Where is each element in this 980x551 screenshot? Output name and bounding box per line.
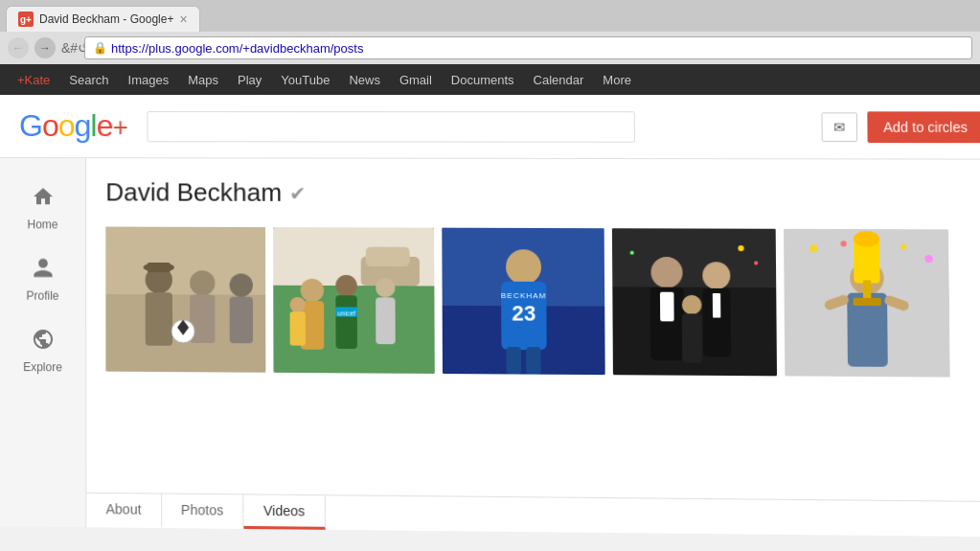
svg-point-28: [506, 249, 541, 285]
profile-content: David Beckham ✔: [86, 158, 980, 537]
nav-youtube[interactable]: YouTube: [271, 67, 339, 93]
svg-point-23: [290, 297, 306, 312]
svg-rect-14: [366, 247, 410, 266]
tab-videos[interactable]: Videos: [243, 494, 325, 529]
svg-text:unicef: unicef: [337, 310, 355, 316]
tab-about[interactable]: About: [86, 494, 161, 528]
photo-1[interactable]: [105, 227, 265, 373]
svg-point-4: [190, 270, 215, 295]
svg-rect-22: [376, 297, 396, 344]
svg-rect-58: [854, 298, 881, 306]
sidebar-item-home[interactable]: Home: [0, 177, 85, 239]
svg-rect-24: [290, 311, 306, 346]
address-bar-row: ← → &#↺; 🔒 https://plus.google.com/+davi…: [0, 32, 980, 64]
svg-rect-57: [863, 280, 872, 300]
nav-search[interactable]: Search: [59, 67, 118, 93]
mail-icon-button[interactable]: ✉: [821, 112, 857, 142]
home-icon: [31, 185, 54, 214]
tab-close-button[interactable]: ×: [179, 11, 187, 27]
main-layout: Home Profile Explore: [0, 158, 980, 537]
gplus-header: Google+ ✉ Add to circles: [0, 95, 980, 160]
svg-text:BECKHAM: BECKHAM: [501, 291, 547, 300]
tab-bar: g+ David Beckham - Google+ ×: [0, 0, 980, 32]
nav-news[interactable]: News: [339, 67, 390, 93]
browser-window: g+ David Beckham - Google+ × ← → &#↺; 🔒 …: [0, 0, 980, 533]
profile-icon: [31, 256, 54, 285]
sidebar-explore-label: Explore: [23, 360, 62, 374]
photo-5[interactable]: [784, 229, 950, 378]
photo-4[interactable]: [612, 228, 777, 376]
nav-maps[interactable]: Maps: [178, 67, 228, 93]
url-text: https://plus.google.com/+davidbeckham/po…: [111, 41, 363, 56]
google-plus-logo: Google+: [19, 108, 127, 144]
tab-favicon: g+: [18, 11, 34, 27]
svg-rect-33: [526, 347, 541, 375]
svg-point-17: [335, 275, 356, 296]
sidebar-home-label: Home: [27, 218, 57, 231]
explore-icon: [31, 328, 54, 356]
nav-calendar[interactable]: Calendar: [524, 67, 594, 93]
tab-photos[interactable]: Photos: [162, 494, 244, 529]
svg-rect-43: [682, 313, 702, 362]
nav-images[interactable]: Images: [119, 67, 179, 93]
sidebar-item-profile[interactable]: Profile: [0, 248, 85, 310]
add-to-circles-button[interactable]: Add to circles: [867, 111, 980, 143]
sidebar-profile-label: Profile: [26, 289, 58, 303]
search-input[interactable]: [147, 111, 635, 143]
back-button[interactable]: ←: [8, 37, 29, 58]
svg-point-21: [376, 278, 395, 297]
svg-rect-9: [148, 263, 171, 272]
svg-rect-3: [146, 292, 172, 346]
profile-tabs: About Photos Videos: [86, 493, 980, 538]
photo-2[interactable]: unicef: [273, 227, 435, 374]
nav-gmail[interactable]: Gmail: [390, 67, 442, 93]
profile-name-row: David Beckham ✔: [105, 177, 980, 210]
svg-point-6: [230, 273, 253, 296]
nav-more[interactable]: More: [593, 67, 641, 93]
svg-point-15: [301, 279, 324, 302]
photo-3[interactable]: 23 BECKHAM: [442, 228, 604, 375]
google-nav-bar: +Kate Search Images Maps Play YouTube Ne…: [0, 64, 980, 95]
svg-rect-38: [660, 292, 674, 322]
profile-name: David Beckham: [105, 177, 282, 208]
sidebar: Home Profile Explore: [0, 158, 86, 527]
svg-rect-7: [230, 297, 253, 344]
nav-documents[interactable]: Documents: [442, 67, 524, 93]
photos-row: unicef: [105, 227, 980, 378]
tab-title: David Beckham - Google+: [39, 12, 173, 26]
verified-icon: ✔: [289, 181, 306, 204]
svg-text:23: 23: [512, 301, 536, 326]
svg-rect-32: [507, 347, 522, 375]
svg-rect-41: [713, 293, 721, 318]
sidebar-item-explore[interactable]: Explore: [0, 320, 85, 382]
browser-tab[interactable]: g+ David Beckham - Google+ ×: [6, 6, 200, 32]
address-bar[interactable]: 🔒 https://plus.google.com/+davidbeckham/…: [84, 36, 972, 59]
forward-button[interactable]: →: [34, 37, 56, 58]
refresh-button[interactable]: &#↺;: [61, 39, 79, 57]
svg-rect-18: [335, 295, 357, 349]
nav-play[interactable]: Play: [228, 67, 271, 93]
ssl-icon: 🔒: [93, 41, 107, 55]
nav-plus-kate[interactable]: +Kate: [8, 67, 59, 93]
svg-rect-35: [612, 228, 776, 287]
